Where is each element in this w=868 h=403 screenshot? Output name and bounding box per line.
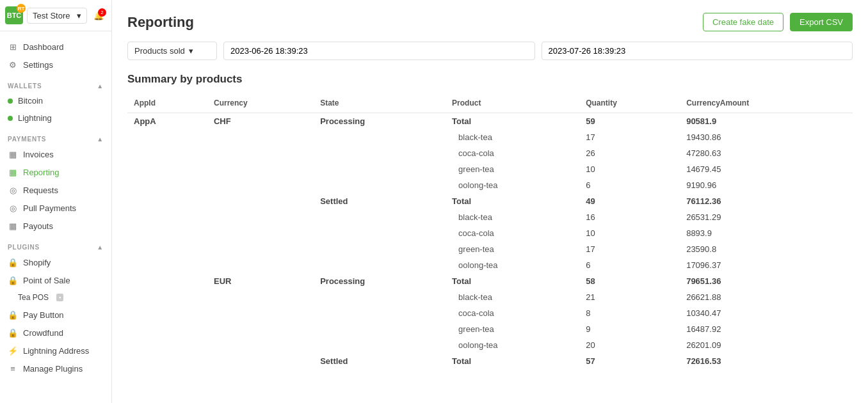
table-row: black-tea1626531.29 xyxy=(127,209,853,225)
col-product: Product xyxy=(446,93,579,113)
col-amount: CurrencyAmount xyxy=(680,93,853,113)
create-fake-button[interactable]: Create fake date xyxy=(703,13,784,31)
table-wrapper: AppId Currency State Product Quantity Cu… xyxy=(127,93,853,368)
report-type-dropdown[interactable]: Products sold ▾ xyxy=(127,42,217,60)
bitcoin-label: Bitcoin xyxy=(18,96,43,106)
table-row: green-tea916487.92 xyxy=(127,321,853,337)
crowdfund-label: Crowdfund xyxy=(23,328,63,338)
store-selector[interactable]: Test Store ▾ xyxy=(27,8,87,24)
sidebar-item-tea-pos[interactable]: Tea POS ▪ xyxy=(0,289,111,306)
lightning-status-dot xyxy=(8,116,13,121)
sidebar-item-manage-plugins[interactable]: ≡ Manage Plugins xyxy=(0,360,111,377)
report-type-value: Products sold xyxy=(134,46,185,56)
main-header: Reporting Create fake date Export CSV xyxy=(127,13,853,31)
main-content: Reporting Create fake date Export CSV Pr… xyxy=(112,0,868,403)
manage-plugins-icon: ≡ xyxy=(8,363,18,374)
pay-button-label: Pay Button xyxy=(23,310,64,320)
col-currency: Currency xyxy=(207,93,314,113)
collapse-plugins-icon[interactable]: ▲ xyxy=(97,244,104,251)
sidebar-item-invoices[interactable]: ▦ Invoices xyxy=(0,145,111,163)
products-table: AppId Currency State Product Quantity Cu… xyxy=(127,93,853,368)
shopify-icon: 🔒 xyxy=(8,257,18,267)
table-row: oolong-tea2026201.09 xyxy=(127,337,853,353)
bitcoin-status-dot xyxy=(8,99,13,104)
requests-icon: ◎ xyxy=(8,185,18,195)
table-row: AppACHFProcessingTotal5990581.9 xyxy=(127,113,853,130)
payments-section: PAYMENTS ▲ ▦ Invoices ▦ Reporting ◎ Requ… xyxy=(0,129,111,237)
pull-payments-icon: ◎ xyxy=(8,203,18,213)
store-name: Test Store xyxy=(33,11,70,20)
col-state: State xyxy=(314,93,446,113)
collapse-wallets-icon[interactable]: ▲ xyxy=(97,83,104,90)
lightning-label: Lightning xyxy=(18,113,52,123)
table-row: black-tea1719430.86 xyxy=(127,129,853,145)
sidebar-item-shopify[interactable]: 🔒 Shopify xyxy=(0,253,111,271)
date-from-input[interactable] xyxy=(223,42,535,60)
chevron-down-icon: ▾ xyxy=(77,11,81,20)
logo-icon: BTC RT xyxy=(5,6,23,24)
pos-icon: 🔒 xyxy=(8,275,18,285)
sidebar-item-pay-button[interactable]: 🔒 Pay Button xyxy=(0,306,111,324)
header-actions: Create fake date Export CSV xyxy=(703,13,853,31)
invoices-icon: ▦ xyxy=(8,149,18,159)
report-type-chevron: ▾ xyxy=(189,46,193,56)
plugins-section: PLUGINS ▲ 🔒 Shopify 🔒 Point of Sale Tea … xyxy=(0,237,111,380)
notif-badge: 2 xyxy=(98,8,106,17)
filter-row: Products sold ▾ xyxy=(127,42,853,60)
requests-label: Requests xyxy=(23,186,58,195)
table-row: oolong-tea69190.96 xyxy=(127,177,853,193)
table-row: coca-cola2647280.63 xyxy=(127,145,853,161)
sidebar-item-requests[interactable]: ◎ Requests xyxy=(0,181,111,199)
invoices-label: Invoices xyxy=(23,150,54,159)
dashboard-icon: ⊞ xyxy=(8,42,18,52)
tea-pos-label: Tea POS xyxy=(18,293,49,302)
sidebar-item-lightning-address[interactable]: ⚡ Lightning Address xyxy=(0,342,111,360)
payouts-label: Payouts xyxy=(23,221,53,231)
manage-plugins-label: Manage Plugins xyxy=(23,364,83,374)
notification-bell[interactable]: 🔔 2 xyxy=(91,8,106,23)
collapse-payments-icon[interactable]: ▲ xyxy=(97,136,104,143)
table-row: oolong-tea617096.37 xyxy=(127,257,853,273)
col-appid: AppId xyxy=(127,93,207,113)
pull-payments-label: Pull Payments xyxy=(23,203,76,213)
sidebar: BTC RT Test Store ▾ 🔔 2 ⊞ Dashboard ⚙ Se… xyxy=(0,0,112,403)
date-to-input[interactable] xyxy=(542,42,853,60)
shopify-label: Shopify xyxy=(23,258,51,267)
table-row: SettledTotal4976112.36 xyxy=(127,193,853,209)
dashboard-label: Dashboard xyxy=(23,42,64,52)
wallets-label: WALLETS ▲ xyxy=(0,83,111,92)
table-row: green-tea1014679.45 xyxy=(127,161,853,177)
sidebar-item-point-of-sale[interactable]: 🔒 Point of Sale xyxy=(0,271,111,289)
table-row: EURProcessingTotal5879651.36 xyxy=(127,273,853,289)
col-quantity: Quantity xyxy=(579,93,680,113)
lightning-address-label: Lightning Address xyxy=(23,346,89,356)
sidebar-item-dashboard[interactable]: ⊞ Dashboard xyxy=(0,38,111,56)
page-title: Reporting xyxy=(127,14,194,31)
table-row: coca-cola810340.47 xyxy=(127,305,853,321)
sidebar-item-lightning[interactable]: Lightning xyxy=(0,109,111,127)
table-row: green-tea1723590.8 xyxy=(127,241,853,257)
nav-section: ⊞ Dashboard ⚙ Settings xyxy=(0,31,111,76)
summary-title: Summary by products xyxy=(127,73,853,86)
payments-label: PAYMENTS ▲ xyxy=(0,136,111,145)
table-row: black-tea2126621.88 xyxy=(127,289,853,305)
plugins-label: PLUGINS ▲ xyxy=(0,244,111,253)
table-row: coca-cola108893.9 xyxy=(127,225,853,241)
table-row: SettledTotal5772616.53 xyxy=(127,353,853,368)
reporting-label: Reporting xyxy=(23,168,59,177)
logo-badge: RT xyxy=(17,4,26,13)
wallets-section: WALLETS ▲ Bitcoin Lightning xyxy=(0,76,111,129)
sidebar-item-bitcoin[interactable]: Bitcoin xyxy=(0,92,111,109)
sidebar-item-crowdfund[interactable]: 🔒 Crowdfund xyxy=(0,324,111,342)
settings-label: Settings xyxy=(23,60,53,70)
sidebar-item-payouts[interactable]: ▦ Payouts xyxy=(0,217,111,235)
sidebar-item-settings[interactable]: ⚙ Settings xyxy=(0,56,111,74)
sidebar-item-pull-payments[interactable]: ◎ Pull Payments xyxy=(0,199,111,217)
crowdfund-icon: 🔒 xyxy=(8,328,18,338)
pos-label: Point of Sale xyxy=(23,276,70,285)
payouts-icon: ▦ xyxy=(8,221,18,231)
settings-icon: ⚙ xyxy=(8,59,18,70)
export-csv-button[interactable]: Export CSV xyxy=(790,13,853,31)
reporting-icon: ▦ xyxy=(8,167,18,177)
sidebar-item-reporting[interactable]: ▦ Reporting xyxy=(0,163,111,181)
